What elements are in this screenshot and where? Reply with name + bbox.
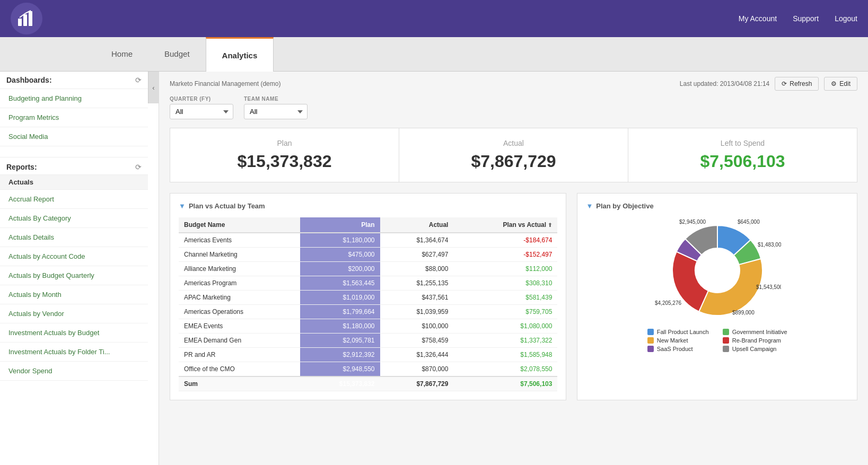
donut-chart: $2,945,000$645,000$1,483,000$1,543,500$8… bbox=[654, 217, 781, 323]
legend-dot-fall bbox=[647, 329, 654, 335]
dashboards-refresh-icon[interactable]: ⟳ bbox=[135, 76, 142, 84]
team-filter-select[interactable]: All bbox=[244, 104, 308, 119]
table-cell-actual: $88,000 bbox=[380, 262, 454, 276]
table-cell-diff: $1,337,322 bbox=[453, 334, 557, 348]
kpi-actual: Actual $7,867,729 bbox=[399, 128, 628, 182]
table-row: PR and AR bbox=[179, 348, 300, 362]
sidebar-item-budgeting[interactable]: Budgeting and Planning bbox=[0, 89, 148, 108]
table-cell-diff: $308,310 bbox=[453, 276, 557, 291]
table-cell-actual: $1,364,674 bbox=[380, 233, 454, 248]
refresh-label: Refresh bbox=[790, 80, 812, 87]
filter-icon-2: ▼ bbox=[586, 202, 593, 210]
plan-by-objective-label: Plan by Objective bbox=[596, 202, 653, 210]
quarter-filter-select[interactable]: AllQ1Q2Q3Q4 bbox=[170, 104, 233, 119]
sidebar-dashboards-header: Dashboards: ⟳ bbox=[0, 72, 148, 89]
reports-refresh-icon[interactable]: ⟳ bbox=[135, 163, 142, 171]
legend-item-gov: Government Initiative bbox=[723, 329, 787, 335]
edit-icon: ⚙ bbox=[831, 80, 837, 87]
sidebar-item-actuals-by-category[interactable]: Actuals By Category bbox=[0, 209, 148, 228]
dashboards-label: Dashboards: bbox=[6, 76, 52, 84]
filter-icon: ▼ bbox=[179, 202, 186, 210]
charts-row: ▼ Plan vs Actual by Team Budget Name Pla… bbox=[170, 193, 857, 400]
legend-label-gov: Government Initiative bbox=[732, 329, 787, 335]
table-cell-diff: -$184,674 bbox=[453, 233, 557, 248]
table-cell-actual: $758,459 bbox=[380, 334, 454, 348]
table-row: Office of the CMO bbox=[179, 362, 300, 377]
tab-budget[interactable]: Budget bbox=[148, 37, 206, 71]
table-cell-plan: $1,799,664 bbox=[300, 305, 380, 319]
table-cell-diff: $581,439 bbox=[453, 291, 557, 305]
table-row: Americas Events bbox=[179, 233, 300, 248]
col-actual: Actual bbox=[380, 217, 454, 233]
sidebar-item-program-metrics[interactable]: Program Metrics bbox=[0, 108, 148, 127]
table-row: EMEA Demand Gen bbox=[179, 334, 300, 348]
table-cell-diff: $2,078,550 bbox=[453, 362, 557, 377]
sidebar-item-accrual-report[interactable]: Accrual Report bbox=[0, 190, 148, 209]
table-cell-actual: $1,326,444 bbox=[380, 348, 454, 362]
legend-item-upsell: Upsell Campaign bbox=[723, 346, 787, 352]
sidebar-item-investment-actuals-by-folder[interactable]: Investment Actuals by Folder Ti... bbox=[0, 343, 148, 362]
table-cell-plan: $2,912,392 bbox=[300, 348, 380, 362]
kpi-actual-value: $7,867,729 bbox=[415, 152, 612, 171]
filters-row: QUARTER (FY) AllQ1Q2Q3Q4 TEAM NAME All bbox=[170, 96, 857, 119]
sidebar-item-vendor-spend[interactable]: Vendor Spend bbox=[0, 362, 148, 381]
plan-vs-actual-table: Budget Name Plan Actual Plan vs Actual ⬆… bbox=[179, 217, 557, 391]
sidebar-dashboards-section: Dashboards: ⟳ Budgeting and Planning Pro… bbox=[0, 72, 159, 381]
table-cell-plan: $1,019,000 bbox=[300, 291, 380, 305]
breadcrumb: Marketo Financial Management (demo) bbox=[170, 80, 280, 87]
donut-label-3: $1,543,500 bbox=[756, 284, 781, 290]
kpi-left-to-spend-value: $7,506,103 bbox=[644, 152, 841, 171]
table-cell-diff: $112,000 bbox=[453, 262, 557, 276]
sidebar-item-actuals-by-account-code[interactable]: Actuals by Account Code bbox=[0, 247, 148, 266]
sidebar-item-actuals-by-month[interactable]: Actuals by Month bbox=[0, 285, 148, 304]
legend-item-fall: Fall Product Launch bbox=[647, 329, 712, 335]
sort-icon[interactable]: ⬆ bbox=[548, 222, 552, 228]
plan-by-objective-title: ▼ Plan by Objective bbox=[586, 202, 848, 210]
sidebar-item-social-media[interactable]: Social Media bbox=[0, 127, 148, 146]
table-row: Alliance Marketing bbox=[179, 262, 300, 276]
my-account-link[interactable]: My Account bbox=[739, 14, 777, 23]
legend-item-saas: SaaS Product bbox=[647, 346, 712, 352]
legend-dot-gov bbox=[723, 329, 729, 335]
table-cell-plan: $1,563,445 bbox=[300, 276, 380, 291]
table-cell-diff: -$152,497 bbox=[453, 248, 557, 262]
svg-rect-1 bbox=[23, 14, 27, 26]
table-cell-diff: $1,080,000 bbox=[453, 319, 557, 334]
legend-label-rebrand: Re-Brand Program bbox=[732, 337, 781, 344]
table-cell-actual: $1,039,959 bbox=[380, 305, 454, 319]
tab-analytics[interactable]: Analytics bbox=[206, 37, 274, 72]
sidebar-item-actuals-by-vendor[interactable]: Actuals by Vendor bbox=[0, 304, 148, 323]
content-header: Marketo Financial Management (demo) Last… bbox=[170, 72, 857, 96]
col-plan-vs-actual: Plan vs Actual ⬆ bbox=[453, 217, 557, 233]
refresh-button[interactable]: ⟳ Refresh bbox=[775, 77, 819, 91]
kpi-actual-label: Actual bbox=[415, 139, 612, 147]
kpi-plan: Plan $15,373,832 bbox=[170, 128, 399, 182]
sidebar-item-investment-actuals-by-budget[interactable]: Investment Actuals by Budget bbox=[0, 323, 148, 343]
edit-button[interactable]: ⚙ Edit bbox=[824, 77, 857, 91]
table-cell-plan: $475,000 bbox=[300, 248, 380, 262]
table-cell-plan: $2,095,781 bbox=[300, 334, 380, 348]
donut-label-4: $899,000 bbox=[732, 310, 755, 315]
reports-category-label: Actuals bbox=[0, 175, 148, 190]
sidebar-item-actuals-details[interactable]: Actuals Details bbox=[0, 228, 148, 247]
logout-link[interactable]: Logout bbox=[835, 14, 857, 23]
table-sum-diff: $7,506,103 bbox=[453, 376, 557, 391]
refresh-icon: ⟳ bbox=[782, 80, 787, 87]
kpi-plan-value: $15,373,832 bbox=[186, 152, 383, 171]
tab-home[interactable]: Home bbox=[95, 37, 148, 71]
sidebar-reports-header: Reports: ⟳ bbox=[0, 157, 148, 175]
quarter-filter-label: QUARTER (FY) bbox=[170, 96, 233, 102]
reports-label: Reports: bbox=[6, 163, 37, 171]
header-navigation: My Account Support Logout bbox=[739, 14, 857, 23]
navigation-tabs: Home Budget Analytics bbox=[0, 37, 868, 72]
sidebar-report-items: Accrual Report Actuals By Category Actua… bbox=[0, 190, 148, 381]
sidebar-collapse-button[interactable]: ‹ bbox=[148, 72, 159, 103]
legend-dot-saas bbox=[647, 346, 654, 352]
sidebar-item-actuals-by-budget-quarterly[interactable]: Actuals by Budget Quarterly bbox=[0, 266, 148, 285]
table-cell-plan: $200,000 bbox=[300, 262, 380, 276]
svg-rect-0 bbox=[18, 19, 22, 26]
support-link[interactable]: Support bbox=[793, 14, 819, 23]
donut-container: $2,945,000$645,000$1,483,000$1,543,500$8… bbox=[586, 217, 848, 352]
table-cell-plan: $1,180,000 bbox=[300, 319, 380, 334]
svg-rect-2 bbox=[29, 11, 32, 26]
